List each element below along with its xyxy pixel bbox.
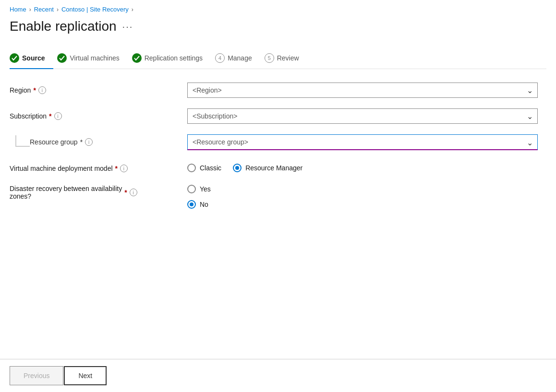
resource-group-select[interactable]: <Resource group> — [187, 134, 538, 150]
breadcrumb-chevron-1: › — [29, 6, 31, 13]
step-vm-icon — [57, 53, 67, 63]
breadcrumb-chevron-3: › — [132, 6, 133, 13]
indent-line — [15, 135, 30, 147]
disaster-recovery-info-icon[interactable]: i — [130, 189, 137, 196]
subscription-control: <Subscription> ⌄ — [187, 108, 538, 124]
deployment-model-row: Virtual machine deployment model * i Cla… — [10, 161, 538, 172]
main-content: Source Virtual machines Replication sett… — [0, 44, 556, 359]
deployment-model-label: Virtual machine deployment model * i — [10, 161, 187, 172]
breadcrumb-recent[interactable]: Recent — [34, 6, 54, 13]
disaster-recovery-label-text: Disaster recovery between availability z… — [10, 185, 122, 200]
radio-classic-circle — [187, 164, 196, 172]
region-control: <Region> ⌄ — [187, 83, 538, 98]
subscription-row: Subscription * i <Subscription> ⌄ — [10, 108, 538, 124]
subscription-select[interactable]: <Subscription> — [187, 108, 538, 124]
region-label-text: Region — [10, 86, 31, 94]
subscription-dropdown-wrapper: <Subscription> ⌄ — [187, 108, 538, 124]
breadcrumb-home[interactable]: Home — [10, 6, 26, 13]
step-virtual-machines[interactable]: Virtual machines — [57, 48, 128, 69]
radio-rm-circle — [233, 164, 242, 172]
radio-no-circle — [187, 200, 196, 209]
resource-group-control: <Resource group> ⌄ — [187, 134, 538, 150]
step-vm-label: Virtual machines — [70, 54, 119, 62]
region-dropdown-wrapper: <Region> ⌄ — [187, 83, 538, 98]
page-header: Enable replication ··· — [0, 17, 556, 44]
radio-yes[interactable]: Yes — [187, 185, 538, 193]
breadcrumb-contoso[interactable]: Contoso | Site Recovery — [61, 6, 129, 13]
subscription-info-icon[interactable]: i — [54, 112, 62, 120]
radio-yes-label: Yes — [200, 185, 211, 193]
step-manage-label: Manage — [228, 54, 252, 62]
disaster-recovery-required: * — [124, 189, 127, 196]
step-review-label: Review — [277, 54, 299, 62]
radio-classic-label: Classic — [200, 164, 221, 172]
subscription-label-text: Subscription — [10, 112, 47, 120]
radio-resource-manager[interactable]: Resource Manager — [233, 164, 302, 172]
step-source-label: Source — [22, 54, 45, 62]
step-review-icon: 5 — [265, 53, 274, 63]
disaster-recovery-row: Disaster recovery between availability z… — [10, 183, 538, 209]
radio-no[interactable]: No — [187, 200, 538, 209]
disaster-recovery-label: Disaster recovery between availability z… — [10, 183, 187, 200]
region-select[interactable]: <Region> — [187, 83, 538, 98]
disaster-recovery-control: Yes No — [187, 183, 538, 209]
deployment-model-control: Classic Resource Manager — [187, 161, 538, 172]
step-source[interactable]: Source — [10, 48, 53, 69]
region-row: Region * i <Region> ⌄ — [10, 83, 538, 98]
radio-rm-label: Resource Manager — [245, 164, 302, 172]
region-info-icon[interactable]: i — [38, 86, 46, 94]
deployment-model-required: * — [115, 165, 118, 172]
deployment-model-radio-group: Classic Resource Manager — [187, 161, 538, 172]
step-source-icon — [10, 53, 19, 63]
radio-classic[interactable]: Classic — [187, 164, 221, 172]
step-manage-icon: 4 — [215, 53, 225, 63]
page-title: Enable replication — [10, 19, 117, 34]
step-replication-settings[interactable]: Replication settings — [132, 48, 211, 69]
step-rep-label: Replication settings — [145, 54, 203, 62]
step-manage[interactable]: 4 Manage — [215, 48, 261, 69]
breadcrumb-chevron-2: › — [57, 6, 59, 13]
step-rep-icon — [132, 53, 142, 63]
radio-yes-circle — [187, 185, 196, 193]
region-required: * — [33, 86, 36, 94]
next-button[interactable]: Next — [64, 366, 107, 385]
resource-group-label-text: Resource group — [30, 138, 78, 146]
more-options-icon[interactable]: ··· — [122, 21, 133, 32]
steps-bar: Source Virtual machines Replication sett… — [10, 48, 546, 69]
resource-group-row: Resource group * i <Resource group> ⌄ — [10, 134, 538, 150]
resource-group-label: Resource group * i — [30, 134, 187, 146]
subscription-required: * — [49, 112, 51, 120]
radio-no-label: No — [200, 201, 208, 208]
subscription-label: Subscription * i — [10, 108, 187, 120]
breadcrumb: Home › Recent › Contoso | Site Recovery … — [0, 0, 556, 17]
previous-button[interactable]: Previous — [10, 366, 63, 385]
footer-bar: Previous Next — [0, 359, 556, 392]
form-section: Region * i <Region> ⌄ Subscription * i — [10, 83, 538, 209]
region-label: Region * i — [10, 83, 187, 94]
resource-group-info-icon[interactable]: i — [85, 138, 93, 146]
step-review[interactable]: 5 Review — [265, 48, 308, 69]
deployment-model-info-icon[interactable]: i — [120, 165, 128, 172]
resource-group-required: * — [80, 138, 83, 146]
resource-group-dropdown-wrapper: <Resource group> ⌄ — [187, 134, 538, 150]
disaster-recovery-radio-group: Yes No — [187, 183, 538, 209]
deployment-model-label-text: Virtual machine deployment model — [10, 165, 113, 172]
